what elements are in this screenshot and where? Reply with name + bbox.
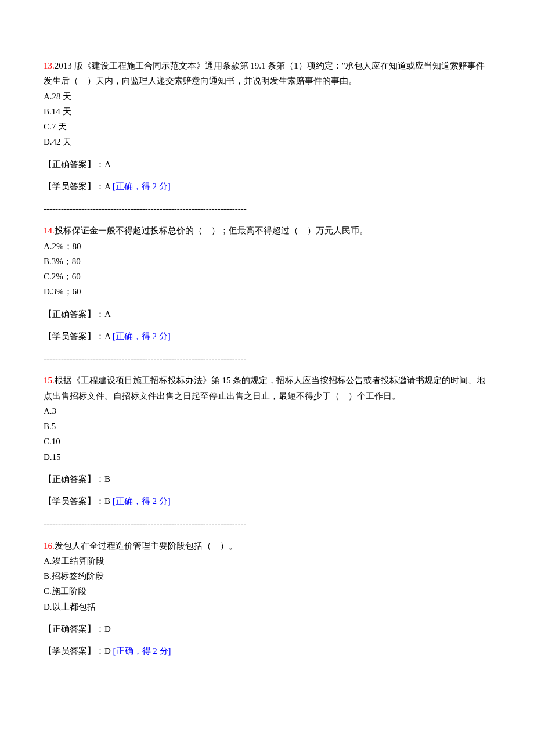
student-answer-line: 【学员答案】：A [正确，得 2 分] — [44, 179, 490, 194]
correct-answer-value: A — [104, 309, 111, 319]
question-number: 16. — [44, 541, 55, 550]
question-number: 15. — [44, 376, 55, 385]
question-block: 13.2013 版《建设工程施工合同示范文本》通用条款第 19.1 条第（1）项… — [44, 58, 490, 194]
question-option: B.3%；80 — [44, 254, 490, 269]
question-block: 14.投标保证金一般不得超过投标总价的（ ）；但最高不得超过（ ）万元人民币。A… — [44, 223, 490, 344]
correct-answer-label: 【正确答案】： — [44, 309, 104, 319]
student-answer-value: D — [104, 646, 113, 656]
student-answer-value: A — [104, 332, 113, 341]
correct-answer-label: 【正确答案】： — [44, 474, 104, 484]
correct-answer-value: B — [104, 474, 110, 484]
result-text: [正确，得 2 分] — [113, 496, 171, 506]
question-block: 15.根据《工程建设项目施工招标投标办法》第 15 条的规定，招标人应当按招标公… — [44, 373, 490, 509]
question-number: 13. — [44, 61, 55, 70]
question-stem: 13.2013 版《建设工程施工合同示范文本》通用条款第 19.1 条第（1）项… — [44, 58, 490, 89]
student-answer-value: B — [104, 496, 113, 506]
question-option: A.竣工结算阶段 — [44, 553, 490, 568]
correct-answer-line: 【正确答案】：A — [44, 157, 490, 172]
student-answer-label: 【学员答案】： — [44, 646, 104, 656]
student-answer-line: 【学员答案】：A [正确，得 2 分] — [44, 329, 490, 344]
question-number: 14. — [44, 226, 55, 235]
correct-answer-value: A — [104, 160, 111, 169]
result-text: [正确，得 2 分] — [113, 332, 171, 341]
student-answer-line: 【学员答案】：B [正确，得 2 分] — [44, 494, 490, 509]
question-option: A.2%；80 — [44, 239, 490, 254]
result-text: [正确，得 2 分] — [113, 182, 171, 191]
question-text: 根据《工程建设项目施工招标投标办法》第 15 条的规定，招标人应当按招标公告或者… — [44, 376, 485, 400]
question-option: C.7 天 — [44, 119, 490, 134]
student-answer-value: A — [104, 182, 113, 191]
correct-answer-value: D — [104, 624, 111, 633]
question-option: D.42 天 — [44, 134, 490, 149]
separator: ----------------------------------------… — [44, 516, 490, 531]
correct-answer-line: 【正确答案】：A — [44, 307, 490, 322]
separator: ----------------------------------------… — [44, 351, 490, 366]
question-block: 16.发包人在全过程造价管理主要阶段包括（ ）。A.竣工结算阶段B.招标签约阶段… — [44, 538, 490, 659]
student-answer-line: 【学员答案】：D [正确，得 2 分] — [44, 643, 490, 658]
question-option: B.14 天 — [44, 104, 490, 119]
question-option: D.以上都包括 — [44, 599, 490, 614]
question-option: A.28 天 — [44, 89, 490, 104]
result-text: [正确，得 2 分] — [113, 646, 171, 656]
question-option: A.3 — [44, 404, 490, 419]
correct-answer-label: 【正确答案】： — [44, 160, 104, 169]
student-answer-label: 【学员答案】： — [44, 332, 104, 341]
question-text: 投标保证金一般不得超过投标总价的（ ）；但最高不得超过（ ）万元人民币。 — [55, 226, 368, 235]
question-option: C.2%；60 — [44, 269, 490, 284]
question-option: D.3%；60 — [44, 284, 490, 299]
question-text: 发包人在全过程造价管理主要阶段包括（ ）。 — [55, 541, 237, 550]
question-stem: 14.投标保证金一般不得超过投标总价的（ ）；但最高不得超过（ ）万元人民币。 — [44, 223, 490, 238]
question-option: C.施工阶段 — [44, 584, 490, 599]
question-stem: 16.发包人在全过程造价管理主要阶段包括（ ）。 — [44, 538, 490, 553]
correct-answer-line: 【正确答案】：D — [44, 621, 490, 636]
student-answer-label: 【学员答案】： — [44, 182, 104, 191]
question-option: B.招标签约阶段 — [44, 568, 490, 584]
question-option: B.5 — [44, 419, 490, 434]
correct-answer-label: 【正确答案】： — [44, 624, 104, 633]
question-option: D.15 — [44, 449, 490, 465]
correct-answer-line: 【正确答案】：B — [44, 471, 490, 487]
question-option: C.10 — [44, 434, 490, 449]
question-text: 2013 版《建设工程施工合同示范文本》通用条款第 19.1 条第（1）项约定：… — [44, 61, 485, 85]
student-answer-label: 【学员答案】： — [44, 496, 104, 506]
question-stem: 15.根据《工程建设项目施工招标投标办法》第 15 条的规定，招标人应当按招标公… — [44, 373, 490, 404]
separator: ----------------------------------------… — [44, 201, 490, 216]
